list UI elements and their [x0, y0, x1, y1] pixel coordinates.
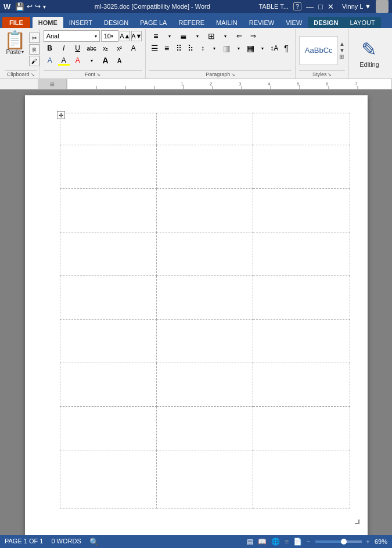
multilevel-list-button[interactable]: ⊞	[205, 30, 218, 42]
font-size-up-button[interactable]: A	[99, 55, 112, 66]
strikethrough-button[interactable]: abc	[85, 42, 98, 54]
font-name-selector[interactable]: Arial ▾	[44, 30, 100, 42]
cut-button[interactable]: ✂	[29, 33, 39, 43]
word-logo-icon[interactable]: W	[3, 2, 10, 11]
table-cell[interactable]	[156, 232, 253, 276]
close-button[interactable]: ✕	[328, 2, 334, 11]
tab-page-layout[interactable]: PAGE LA	[134, 17, 172, 28]
zoom-out-icon[interactable]: −	[307, 538, 310, 545]
font-size-decrease-button[interactable]: A▼	[131, 31, 142, 41]
table-cell[interactable]	[60, 320, 156, 363]
align-left-button[interactable]: ☰	[149, 42, 160, 54]
shading-button[interactable]: ▥	[221, 42, 232, 54]
table-cell[interactable]	[60, 407, 156, 450]
bold-button[interactable]: B	[44, 42, 56, 54]
table-cell[interactable]	[253, 407, 350, 450]
italic-button[interactable]: I	[57, 42, 70, 54]
sort-button[interactable]: ↕A	[269, 42, 280, 54]
table-cell[interactable]	[60, 363, 156, 407]
font-color-button[interactable]: A	[71, 55, 84, 66]
table-move-handle[interactable]: ✛	[57, 111, 65, 119]
table-cell[interactable]	[253, 320, 350, 363]
superscript-button[interactable]: x²	[113, 42, 126, 54]
draft-view-icon[interactable]: 📄	[293, 538, 302, 546]
tab-insert[interactable]: INSERT	[63, 17, 98, 28]
styles-down-icon[interactable]: ▼	[339, 47, 345, 53]
table-cell[interactable]	[156, 276, 253, 320]
multilevel-dropdown-icon[interactable]: ▾	[219, 30, 232, 42]
styles-gallery[interactable]: AaBbCc	[299, 36, 338, 65]
table-cell[interactable]	[253, 276, 350, 320]
table-cell[interactable]	[156, 113, 253, 145]
paste-dropdown-icon[interactable]: ▾	[21, 49, 24, 55]
redo-icon[interactable]: ↪	[35, 2, 41, 10]
table-resize-handle[interactable]	[355, 520, 359, 524]
numbering-dropdown-icon[interactable]: ▾	[191, 30, 204, 42]
font-size-down-button[interactable]: A	[113, 55, 126, 66]
zoom-thumb[interactable]	[341, 539, 347, 545]
clear-formatting-button[interactable]: A	[127, 42, 140, 54]
minimize-button[interactable]: —	[306, 2, 314, 11]
tab-layout[interactable]: LAYOUT	[344, 17, 380, 28]
borders-button[interactable]: ▦	[245, 42, 256, 54]
table-cell[interactable]	[60, 232, 156, 276]
tab-design[interactable]: DESIGN	[98, 17, 134, 28]
tab-view[interactable]: VIEW	[280, 17, 308, 28]
tab-references[interactable]: REFERE	[172, 17, 210, 28]
user-account[interactable]: Vinny L ▼	[342, 3, 371, 10]
tab-table-design[interactable]: DESIGN	[308, 17, 344, 28]
align-center-button[interactable]: ≡	[161, 42, 172, 54]
font-expand-icon[interactable]: ↘	[96, 72, 100, 77]
styles-up-icon[interactable]: ▲	[339, 41, 345, 47]
font-size-dropdown-icon[interactable]: ▾	[111, 34, 113, 39]
clipboard-expand-icon[interactable]: ↘	[31, 72, 35, 77]
table-cell[interactable]	[60, 113, 156, 145]
increase-indent-button[interactable]: ⇒	[247, 30, 260, 42]
tab-review[interactable]: REVIEW	[243, 17, 280, 28]
language-check-icon[interactable]: 🔍	[89, 538, 99, 546]
table-cell[interactable]	[156, 320, 253, 363]
shading-dropdown-icon[interactable]: ▾	[233, 42, 244, 54]
table-cell[interactable]	[156, 189, 253, 232]
table-cell[interactable]	[253, 189, 350, 232]
paste-button[interactable]: 📋 Paste ▾	[2, 30, 28, 56]
tab-file[interactable]: FILE	[2, 17, 30, 28]
highlight-button[interactable]: A	[57, 55, 70, 66]
table-cell[interactable]	[60, 145, 156, 189]
table-cell[interactable]	[156, 363, 253, 407]
copy-button[interactable]: ⎘	[29, 44, 39, 55]
print-layout-icon[interactable]: ▤	[247, 538, 253, 546]
table-cell[interactable]	[253, 145, 350, 189]
maximize-button[interactable]: □	[318, 2, 323, 11]
show-formatting-button[interactable]: ¶	[281, 42, 292, 54]
table-cell[interactable]	[60, 450, 156, 508]
subscript-button[interactable]: x₂	[99, 42, 112, 54]
font-size-selector[interactable]: 10 ▾	[101, 30, 119, 42]
table-cell[interactable]	[156, 450, 253, 508]
styles-expand-icon[interactable]: ⊞	[339, 53, 345, 60]
tab-home[interactable]: HOME	[33, 17, 63, 28]
save-icon[interactable]: 💾	[15, 2, 24, 11]
zoom-in-icon[interactable]: +	[366, 538, 370, 545]
font-color-dropdown-icon[interactable]: ▾	[85, 55, 98, 66]
table-cell[interactable]	[60, 276, 156, 320]
bullets-dropdown-icon[interactable]: ▾	[163, 30, 176, 42]
align-right-button[interactable]: ⠿	[173, 42, 184, 54]
zoom-level[interactable]: 69%	[375, 538, 387, 545]
document-table[interactable]	[60, 113, 350, 508]
decrease-indent-button[interactable]: ⇐	[233, 30, 246, 42]
underline-button[interactable]: U	[71, 42, 84, 54]
outline-view-icon[interactable]: ≡	[285, 538, 289, 546]
table-cell[interactable]	[253, 113, 350, 145]
justify-button[interactable]: ⠷	[185, 42, 196, 54]
styles-expand-arrow-icon[interactable]: ↘	[328, 72, 332, 77]
full-reading-icon[interactable]: 📖	[258, 538, 267, 546]
table-cell[interactable]	[156, 145, 253, 189]
tab-mailings[interactable]: MAILIN	[210, 17, 243, 28]
bullets-button[interactable]: ≡	[149, 30, 162, 42]
numbering-button[interactable]: ≣	[177, 30, 190, 42]
text-effects-button[interactable]: A	[44, 55, 56, 66]
table-cell[interactable]	[253, 363, 350, 407]
table-cell[interactable]	[253, 450, 350, 508]
table-cell[interactable]	[253, 232, 350, 276]
